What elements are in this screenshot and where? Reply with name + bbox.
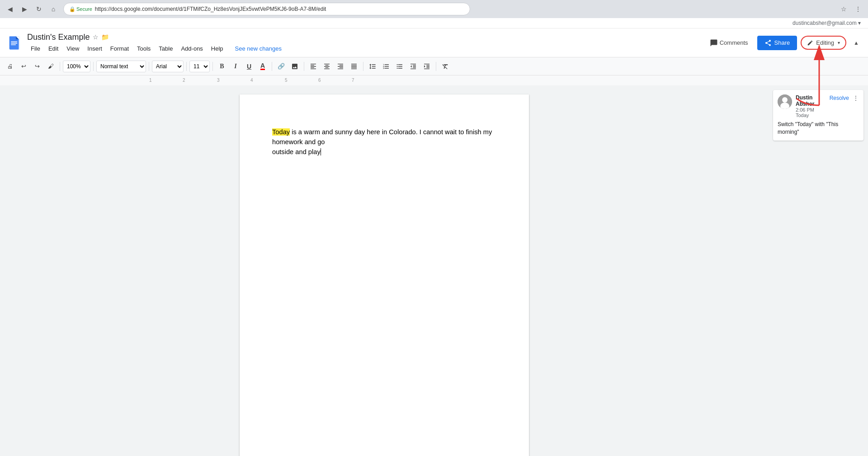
separator-4 <box>186 62 187 71</box>
doc-title-area: Dustin's Example ☆ 📁 File Edit View Inse… <box>27 33 285 53</box>
comment-card: Dustin Absher 2:06 PM Today Resolve ⋮ Sw… <box>773 90 863 141</box>
bold-button[interactable]: B <box>216 60 228 73</box>
svg-text:6: 6 <box>318 78 321 83</box>
separator-9 <box>436 62 436 71</box>
header-right: Comments Share Editing ▾ ▲ <box>704 36 863 50</box>
share-label: Share <box>774 39 790 46</box>
back-button[interactable]: ◀ <box>4 3 16 15</box>
menu-edit[interactable]: Edit <box>45 44 62 53</box>
separator-8 <box>363 62 363 71</box>
browser-nav-buttons: ◀ ▶ ↻ ⌂ <box>4 3 60 15</box>
menu-view[interactable]: View <box>63 44 83 53</box>
underline-button[interactable]: U <box>243 60 255 73</box>
clear-format-button[interactable] <box>439 60 452 73</box>
folder-icon[interactable]: 📁 <box>101 33 109 41</box>
pencil-icon <box>807 40 813 46</box>
separator-1 <box>60 62 60 71</box>
comments-label: Comments <box>720 39 748 46</box>
resolve-button[interactable]: Resolve <box>830 95 849 101</box>
docs-logo <box>5 34 24 52</box>
editing-dropdown-icon: ▾ <box>838 40 840 45</box>
comment-more-button[interactable]: ⋮ <box>853 94 859 102</box>
comment-body: Switch "Today" with "This morning" <box>778 121 859 136</box>
doc-content[interactable]: Today is a warm and sunny day here in Co… <box>272 127 496 157</box>
comment-author: Dustin Absher <box>796 94 826 107</box>
toolbar: 🖨 ↩ ↪ 🖌 100% Normal text Arial 11 B I U … <box>0 57 868 75</box>
numbered-list-button[interactable] <box>380 60 392 73</box>
zoom-select[interactable]: 100% <box>63 61 90 72</box>
decrease-indent-button[interactable] <box>407 60 420 73</box>
text-color-button[interactable]: A <box>256 60 269 73</box>
share-button[interactable]: Share <box>757 36 797 50</box>
url-text: https://docs.google.com/document/d/1FTMi… <box>95 6 326 12</box>
svg-text:1: 1 <box>149 78 152 83</box>
comment-time: 2:06 PM Today <box>796 107 826 118</box>
menu-format[interactable]: Format <box>107 44 132 53</box>
doc-title[interactable]: Dustin's Example <box>27 33 90 42</box>
menu-addons[interactable]: Add-ons <box>177 44 206 53</box>
svg-text:7: 7 <box>352 78 354 83</box>
docs-header: Dustin's Example ☆ 📁 File Edit View Inse… <box>0 28 868 57</box>
collapse-button[interactable]: ▲ <box>850 37 863 49</box>
comments-button[interactable]: Comments <box>704 36 754 50</box>
ruler-svg: 1 2 3 4 5 6 7 <box>0 75 868 85</box>
see-new-changes-link[interactable]: See new changes <box>231 44 285 53</box>
ruler: 1 2 3 4 5 6 7 <box>0 75 868 85</box>
svg-rect-5 <box>0 75 868 85</box>
svg-text:3: 3 <box>217 78 220 83</box>
print-button[interactable]: 🖨 <box>4 60 16 73</box>
browser-chrome: ◀ ▶ ↻ ⌂ 🔒 Secure https://docs.google.com… <box>0 0 868 18</box>
main-area: Today is a warm and sunny day here in Co… <box>0 85 868 456</box>
text-style-select[interactable]: Normal text <box>96 61 146 72</box>
align-left-button[interactable] <box>307 60 320 73</box>
comment-header: Dustin Absher 2:06 PM Today Resolve ⋮ <box>778 94 859 118</box>
line-spacing-button[interactable] <box>366 60 379 73</box>
undo-button[interactable]: ↩ <box>17 60 30 73</box>
editing-label: Editing <box>816 39 834 46</box>
svg-rect-2 <box>11 41 17 42</box>
editing-button[interactable]: Editing ▾ <box>801 36 846 50</box>
align-justify-button[interactable] <box>348 60 360 73</box>
separator-3 <box>149 62 149 71</box>
user-email-bar: dustincabsher@gmail.com ▾ <box>0 18 868 28</box>
menu-insert[interactable]: Insert <box>84 44 106 53</box>
font-select[interactable]: Arial <box>152 61 184 72</box>
menu-tools[interactable]: Tools <box>133 44 154 53</box>
doc-paragraph-1: Today is a warm and sunny day here in Co… <box>272 127 496 147</box>
doc-text-line2: outside and play <box>272 148 321 155</box>
refresh-button[interactable]: ↻ <box>33 3 45 15</box>
redo-button[interactable]: ↪ <box>31 60 43 73</box>
menu-table[interactable]: Table <box>155 44 176 53</box>
comments-icon <box>710 39 718 47</box>
link-button[interactable]: 🔗 <box>275 60 288 73</box>
paint-format-button[interactable]: 🖌 <box>44 60 57 73</box>
doc-menu-bar: File Edit View Insert Format Tools Table… <box>27 44 285 53</box>
bullet-list-button[interactable] <box>393 60 406 73</box>
comment-meta: Dustin Absher 2:06 PM Today <box>796 94 826 118</box>
doc-title-row: Dustin's Example ☆ 📁 <box>27 33 285 42</box>
secure-label: Secure <box>76 6 92 12</box>
menu-help[interactable]: Help <box>208 44 227 53</box>
highlighted-today: Today <box>272 128 290 136</box>
bookmark-button[interactable]: ☆ <box>837 3 850 15</box>
font-size-select[interactable]: 11 <box>189 61 210 72</box>
align-right-button[interactable] <box>334 60 347 73</box>
italic-button[interactable]: I <box>229 60 242 73</box>
align-center-button[interactable] <box>321 60 333 73</box>
user-email: dustincabsher@gmail.com ▾ <box>793 20 861 26</box>
avatar-icon <box>778 94 792 109</box>
doc-paragraph-2: outside and play <box>272 147 496 157</box>
svg-point-14 <box>782 97 788 103</box>
image-button[interactable] <box>288 60 301 73</box>
menu-file[interactable]: File <box>27 44 44 53</box>
star-icon[interactable]: ☆ <box>93 33 99 41</box>
increase-indent-button[interactable] <box>420 60 433 73</box>
address-bar[interactable]: 🔒 Secure https://docs.google.com/documen… <box>63 3 470 15</box>
text-cursor <box>321 148 323 155</box>
forward-button[interactable]: ▶ <box>18 3 31 15</box>
browser-actions: ☆ ⋮ <box>837 3 864 15</box>
doc-page: Today is a warm and sunny day here in Co… <box>240 94 529 456</box>
doc-canvas[interactable]: Today is a warm and sunny day here in Co… <box>0 85 769 456</box>
menu-button[interactable]: ⋮ <box>852 3 864 15</box>
home-button[interactable]: ⌂ <box>47 3 60 15</box>
